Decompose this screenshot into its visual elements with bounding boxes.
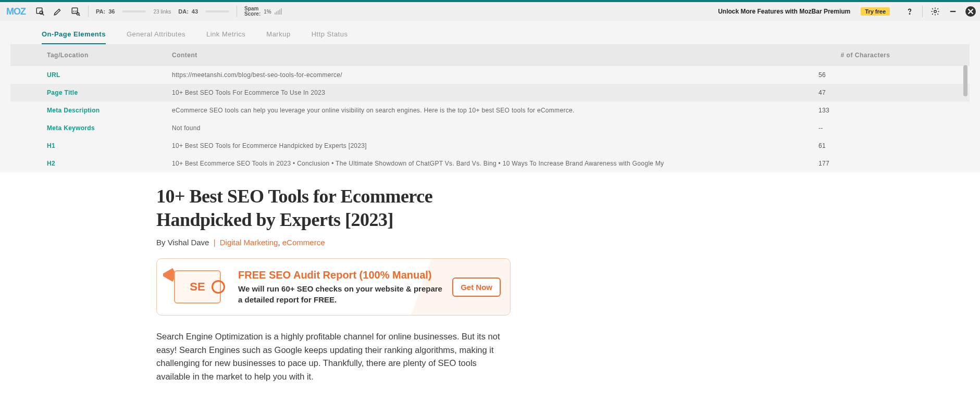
svg-line-6 [79,15,80,16]
svg-line-2 [43,14,44,16]
elements-table: Tag/Location Content # of Characters URL… [10,44,970,172]
tab-markup[interactable]: Markup [266,30,290,44]
category-separator: , [278,238,282,247]
separator [922,6,923,17]
svg-point-7 [909,14,910,14]
table-row: H2 10+ Best Ecommerce SEO Tools in 2023 … [10,155,970,172]
close-icon[interactable] [965,6,976,17]
keyword-icon[interactable]: KW [70,6,81,17]
seo-box-icon: SE [174,270,221,304]
svg-point-8 [934,10,937,13]
minimize-icon[interactable] [948,6,958,17]
row-tag: Meta Description [47,107,172,114]
row-chars: 61 [798,142,933,149]
table-row: H1 10+ Best SEO Tools for Ecommerce Hand… [10,137,970,155]
table-row: URL https://meetanshi.com/blog/best-seo-… [10,66,970,84]
row-tag: Page Title [47,89,172,96]
row-chars: -- [798,124,933,132]
separator [88,6,89,17]
row-tag: H1 [47,142,172,149]
table-row: Meta Description eCommerce SEO tools can… [10,102,970,119]
cta-text: FREE SEO Audit Report (100% Manual) We w… [238,269,443,305]
da-bar [205,10,229,12]
pa-bar [122,10,146,12]
domain-authority-metric: DA: 43 [178,8,198,15]
author-name: Vishal Dave [168,238,209,247]
row-content: 10+ Best SEO Tools for Ecommerce Handpic… [172,142,798,149]
cta-subtitle: We will run 60+ SEO checks on your websi… [238,283,443,305]
mozbar-panel: On-Page Elements General Attributes Link… [0,21,980,172]
mozbar-toolbar: MOZ KW PA: 36 23 links DA: 43 SpamScore:… [0,0,980,21]
get-now-button[interactable]: Get Now [452,277,501,297]
try-free-button[interactable]: Try free [861,7,890,16]
pa-label: PA: [96,8,105,15]
row-content: 10+ Best SEO Tools For Ecommerce To Use … [172,89,798,96]
article-byline: By Vishal Dave | Digital Marketing, eCom… [156,238,511,247]
table-header-row: Tag/Location Content # of Characters [10,44,970,66]
seo-audit-cta: SE FREE SEO Audit Report (100% Manual) W… [156,258,511,315]
row-content: https://meetanshi.com/blog/best-seo-tool… [172,71,798,79]
row-content: 10+ Best Ecommerce SEO Tools in 2023 • C… [172,160,798,167]
spam-value: 1% [264,9,271,15]
page-authority-metric: PA: 36 [96,8,115,15]
svg-text:KW: KW [73,10,78,13]
svg-rect-0 [36,8,42,14]
panel-tabs: On-Page Elements General Attributes Link… [0,21,980,44]
row-chars: 133 [798,107,933,114]
row-content: Not found [172,124,798,132]
spam-label: SpamScore: [244,6,260,17]
category-link-2[interactable]: eCommerce [282,238,325,247]
row-tag: H2 [47,160,172,167]
table-row: Meta Keywords Not found -- [10,119,970,137]
row-content: eCommerce SEO tools can help you leverag… [172,107,798,114]
panel-scrollbar[interactable] [963,65,967,96]
page-analysis-icon[interactable] [35,6,45,17]
moz-logo: MOZ [4,6,28,17]
spam-score-metric: SpamScore: 1% [244,6,282,17]
da-label: DA: [178,8,189,15]
byline-prefix: By [156,238,168,247]
row-chars: 47 [798,89,933,96]
cta-title: FREE SEO Audit Report (100% Manual) [238,269,443,281]
cta-illustration: SE [166,266,229,308]
pa-value: 36 [108,8,115,15]
tab-on-page-elements[interactable]: On-Page Elements [42,30,106,44]
separator [237,6,237,17]
category-link-1[interactable]: Digital Marketing [220,238,278,247]
article-content: 10+ Best SEO Tools for Ecommerce Handpic… [156,185,511,383]
byline-separator: | [214,238,216,247]
settings-icon[interactable] [930,6,940,17]
row-chars: 177 [798,160,933,167]
header-content: Content [172,52,798,59]
highlight-icon[interactable] [53,6,63,17]
header-tag-location: Tag/Location [47,52,172,59]
row-chars: 56 [798,71,933,79]
premium-upsell-text: Unlock More Features with MozBar Premium [718,8,850,15]
help-icon[interactable] [904,6,915,17]
table-row: Page Title 10+ Best SEO Tools For Ecomme… [10,84,970,102]
tab-link-metrics[interactable]: Link Metrics [206,30,245,44]
links-count[interactable]: 23 links [153,9,171,15]
row-tag: Meta Keywords [47,124,172,132]
header-characters: # of Characters [798,52,933,59]
row-tag: URL [47,71,172,79]
svg-point-5 [77,12,79,15]
article-title: 10+ Best SEO Tools for Ecommerce Handpic… [156,185,511,232]
da-value: 43 [192,8,198,15]
article-paragraph: Search Engine Optimization is a highly p… [156,330,511,383]
tab-http-status[interactable]: Http Status [312,30,348,44]
spam-bars-icon [275,8,282,15]
tab-general-attributes[interactable]: General Attributes [127,30,185,44]
